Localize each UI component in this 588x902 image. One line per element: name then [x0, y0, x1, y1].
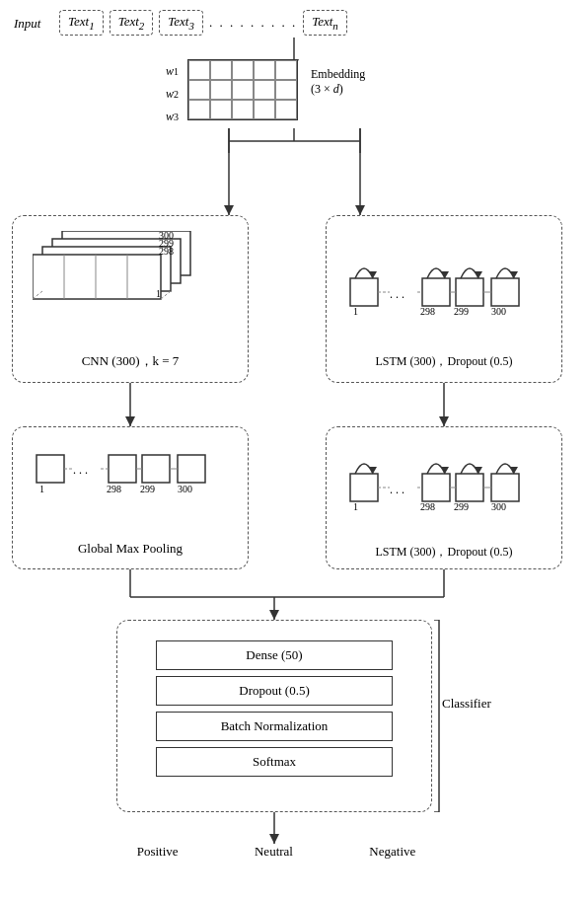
- w2-label: w2: [166, 84, 179, 104]
- svg-rect-25: [33, 255, 161, 299]
- svg-line-30: [161, 291, 171, 299]
- grid-cell: [254, 60, 275, 80]
- classifier-box: Dense (50) Dropout (0.5) Batch Normaliza…: [116, 620, 432, 812]
- classifier-layers: Dense (50) Dropout (0.5) Batch Normaliza…: [117, 621, 431, 777]
- svg-rect-56: [178, 455, 205, 483]
- svg-marker-71: [475, 467, 482, 474]
- svg-rect-54: [109, 455, 136, 483]
- classifier-label: Classifier: [442, 696, 491, 712]
- grid-cell: [188, 100, 210, 119]
- svg-text:300: 300: [491, 501, 506, 512]
- lstm2-label: LSTM (300)，Dropout (0.5): [327, 544, 561, 561]
- text3-label: Text3: [168, 14, 194, 29]
- svg-text:300: 300: [491, 306, 506, 317]
- lstm1-svg: . . . 1 298: [345, 234, 543, 318]
- text2-label: Text2: [118, 14, 145, 29]
- svg-text:298: 298: [420, 501, 435, 512]
- cnn-layers-svg: 300 299 298 1: [33, 231, 210, 339]
- output-labels: Positive Neutral Negative: [99, 844, 454, 860]
- grid-cell: [210, 100, 232, 119]
- text1-label: Text1: [68, 14, 95, 29]
- svg-marker-41: [475, 271, 482, 278]
- grid-cell: [188, 60, 210, 80]
- embedding-grid: [187, 59, 298, 120]
- svg-rect-55: [142, 455, 170, 483]
- svg-text:. . .: . . .: [390, 483, 404, 496]
- svg-text:299: 299: [454, 306, 469, 317]
- dropout-layer: Dropout (0.5): [156, 676, 393, 706]
- svg-text:. . .: . . .: [73, 463, 88, 477]
- svg-marker-13: [439, 416, 449, 426]
- maxpool-svg: . . . 1 298 299 300: [32, 445, 229, 499]
- grid-cell: [232, 60, 254, 80]
- svg-marker-19: [269, 610, 279, 620]
- svg-marker-39: [441, 271, 449, 278]
- input-label: Input: [14, 16, 40, 32]
- grid-cell: [275, 80, 297, 100]
- svg-text:1: 1: [156, 288, 161, 299]
- softmax-layer: Softmax: [156, 747, 393, 777]
- grid-cell: [210, 80, 232, 100]
- w1-label: w1: [166, 61, 179, 81]
- svg-rect-72: [491, 474, 519, 501]
- diagram-container: Input Text1 Text2 Text3 . . . . . . . . …: [0, 0, 588, 902]
- svg-text:299: 299: [454, 501, 469, 512]
- grid-cell: [188, 80, 210, 100]
- svg-text:300: 300: [178, 484, 192, 494]
- svg-rect-40: [456, 278, 483, 306]
- svg-text:1: 1: [39, 484, 44, 494]
- grid-cell: [275, 60, 297, 80]
- embedding-section: w1 w2 w3 Embedding(3 × d): [187, 59, 298, 120]
- w3-label: w3: [166, 107, 179, 126]
- maxpool-label: Global Max Pooling: [13, 541, 248, 557]
- svg-text:1: 1: [353, 306, 358, 317]
- grid-cell: [232, 80, 254, 100]
- svg-marker-5: [224, 205, 234, 215]
- batchnorm-layer: Batch Normalization: [156, 712, 393, 741]
- classifier-bracket: [434, 620, 444, 812]
- text-box-3: Text3: [159, 10, 203, 36]
- text-box-1: Text1: [59, 10, 104, 36]
- lstm2-box: . . . 1 298 299 300 LSTM (300): [326, 426, 562, 569]
- grid-cell: [254, 100, 275, 119]
- svg-rect-70: [456, 474, 483, 501]
- svg-marker-21: [269, 834, 279, 844]
- dense-layer: Dense (50): [156, 640, 393, 670]
- svg-rect-65: [350, 474, 378, 501]
- cnn-layers-visual: 300 299 298 1: [33, 231, 210, 343]
- svg-rect-42: [491, 278, 519, 306]
- svg-rect-68: [422, 474, 450, 501]
- svg-rect-35: [350, 278, 378, 306]
- grid-cell: [210, 60, 232, 80]
- svg-marker-66: [369, 467, 377, 474]
- output-neutral: Neutral: [255, 844, 293, 860]
- svg-marker-11: [125, 416, 135, 426]
- embedding-label: Embedding(3 × d): [311, 67, 365, 97]
- lstm2-svg: . . . 1 298 299 300: [345, 439, 543, 513]
- input-row: Text1 Text2 Text3 . . . . . . . . . Text…: [59, 10, 347, 36]
- cnn-box: 300 299 298 1 CNN (300)，k = 7: [12, 215, 249, 383]
- svg-marker-43: [510, 271, 518, 278]
- lstm2-units: . . . 1 298 299 300: [327, 439, 561, 513]
- w-labels: w1 w2 w3: [166, 61, 179, 126]
- grid-cell: [275, 100, 297, 119]
- text-box-2: Text2: [110, 10, 154, 36]
- grid-cell: [254, 80, 275, 100]
- svg-marker-73: [510, 467, 518, 474]
- svg-text:. . .: . . .: [390, 287, 404, 301]
- svg-text:299: 299: [140, 484, 155, 494]
- lstm1-units: . . . 1 298: [327, 234, 561, 318]
- textn-label: Textn: [312, 14, 338, 29]
- maxpool-visual: . . . 1 298 299 300: [13, 445, 248, 499]
- lstm1-label: LSTM (300)，Dropout (0.5): [327, 353, 561, 370]
- maxpool-box: . . . 1 298 299 300 Global Max Pooling: [12, 426, 249, 569]
- svg-text:298: 298: [159, 246, 174, 257]
- svg-text:298: 298: [107, 484, 121, 494]
- grid-cell: [232, 100, 254, 119]
- lstm1-box: . . . 1 298: [326, 215, 562, 383]
- svg-text:298: 298: [420, 306, 435, 317]
- svg-rect-38: [422, 278, 450, 306]
- svg-text:1: 1: [353, 501, 358, 512]
- output-positive: Positive: [137, 844, 179, 860]
- output-negative: Negative: [369, 844, 415, 860]
